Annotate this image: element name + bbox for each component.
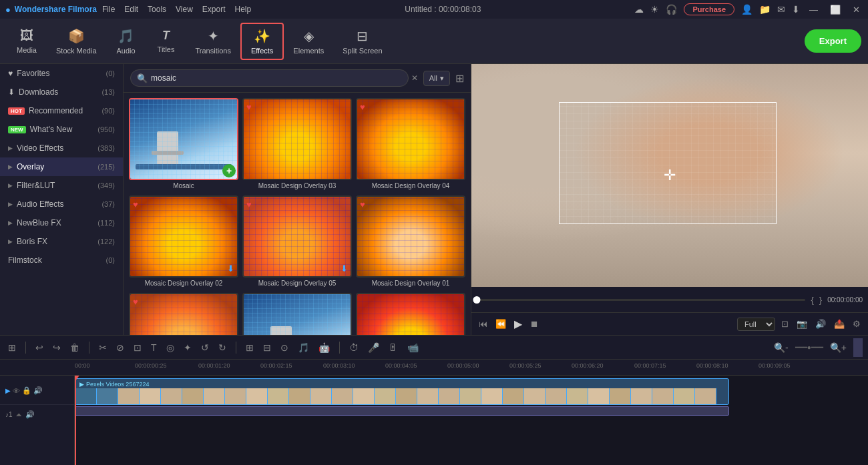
tool-audio[interactable]: 🎵 Audio — [106, 24, 146, 59]
ai-button[interactable]: 🤖 — [316, 340, 333, 355]
filter-button[interactable]: All ▾ — [423, 71, 450, 86]
heart-icon[interactable]: ♥ — [246, 199, 252, 209]
tool-split[interactable]: ⊟ Split Screen — [333, 24, 391, 59]
clear-search-icon[interactable]: ✕ — [411, 73, 418, 83]
step-back-button[interactable]: ⏪ — [493, 317, 508, 331]
tool-transitions[interactable]: ✦ Transitions — [186, 24, 240, 59]
fit-screen-button[interactable]: ⊡ — [779, 317, 791, 331]
rewind-button[interactable]: ⏮ — [477, 317, 489, 331]
sidebar-item-whats-new[interactable]: NEW What's New (950) — [0, 120, 123, 139]
menu-view[interactable]: View — [176, 5, 193, 14]
progress-bar[interactable] — [477, 299, 805, 301]
minimize-button[interactable]: — — [807, 5, 821, 15]
download-effect-icon[interactable]: ⬇ — [341, 264, 348, 274]
playhead[interactable] — [75, 376, 76, 465]
text-button[interactable]: T — [148, 340, 160, 355]
play-button[interactable]: ▶ — [512, 316, 524, 332]
effect-item-mosaic-01[interactable]: ♥ Mosaic Design Overlay 01 — [356, 195, 465, 289]
rotate-ccw-button[interactable]: ↺ — [198, 340, 212, 355]
split-button[interactable]: ⊞ — [243, 340, 256, 355]
transform-button[interactable]: ⊡ — [131, 340, 144, 355]
rotate-cw-button[interactable]: ↻ — [216, 340, 229, 355]
speed-button[interactable]: ⏱ — [347, 340, 361, 355]
stop-button[interactable]: ⏹ — [528, 317, 541, 331]
folder-icon[interactable]: 📁 — [759, 4, 771, 15]
tool-stock[interactable]: 📦 Stock Media — [47, 24, 106, 59]
tool-elements[interactable]: ◈ Elements — [284, 24, 333, 59]
heart-icon[interactable]: ♥ — [133, 297, 138, 307]
menu-export[interactable]: Export — [202, 5, 226, 14]
track-eye-button[interactable]: 👁 — [13, 386, 20, 395]
bracket-left[interactable]: { — [811, 295, 813, 305]
screenshot-button[interactable]: 📷 — [795, 317, 809, 331]
mail-icon[interactable]: ✉ — [777, 4, 785, 15]
zoom-out-timeline[interactable]: 🔍- — [771, 340, 791, 355]
tool-media[interactable]: 🖼 Media — [7, 24, 47, 58]
sidebar-item-downloads[interactable]: ⬇ Downloads (13) — [0, 83, 123, 101]
undo-button[interactable]: ↩ — [33, 340, 46, 355]
export-button[interactable]: Export — [805, 29, 861, 53]
volume-button[interactable]: 🔊 — [813, 317, 828, 331]
heart-icon[interactable]: ♥ — [360, 199, 365, 209]
audio-duck-button[interactable]: 🎵 — [295, 340, 312, 355]
sidebar-item-newblue[interactable]: ▶ NewBlue FX (112) — [0, 213, 123, 232]
maximize-button[interactable]: ⬜ — [827, 5, 843, 15]
user-avatar[interactable]: 👤 — [741, 4, 752, 15]
redo-button[interactable]: ↪ — [50, 340, 63, 355]
color-button[interactable]: ◎ — [164, 340, 177, 355]
effect-item-mosaic-03[interactable]: ♥ Mosaic Design Overlay 03 — [242, 98, 352, 191]
menu-file[interactable]: File — [102, 5, 115, 14]
cut-button[interactable]: ✂ — [96, 340, 110, 355]
delete-button[interactable]: 🗑 — [67, 340, 82, 355]
crop-button[interactable]: ⊘ — [114, 340, 127, 355]
timeline-grid-button[interactable]: ⊞ — [5, 340, 19, 355]
track-audio-button[interactable]: 🔊 — [33, 386, 43, 395]
menu-edit[interactable]: Edit — [124, 5, 138, 14]
effect-button[interactable]: ✦ — [181, 340, 194, 355]
effect-item-r1[interactable]: ♥ — [129, 293, 238, 335]
heart-icon[interactable]: ♥ — [246, 102, 252, 112]
sidebar-item-audio-effects[interactable]: ▶ Audio Effects (37) — [0, 195, 123, 213]
tool-titles[interactable]: T Titles — [146, 25, 186, 57]
audio-track-btn2[interactable]: 🔊 — [25, 410, 35, 419]
progress-thumb[interactable] — [473, 296, 481, 304]
headset-icon[interactable]: 🎧 — [666, 4, 677, 15]
sun-icon[interactable]: ☀ — [650, 4, 659, 15]
download-icon[interactable]: ⬇ — [792, 4, 800, 15]
track-lock-button[interactable]: 🔒 — [22, 386, 31, 395]
add-to-timeline-icon[interactable]: + — [222, 164, 236, 177]
bracket-right[interactable]: } — [819, 295, 822, 305]
effect-item-mosaic-02[interactable]: ♥ ⬇ Mosaic Design Overlay 02 — [129, 195, 238, 289]
effect-item-mosaic-05[interactable]: ♥ ⬇ Mosaic Design Overlay 05 — [242, 195, 352, 289]
audio-track[interactable] — [75, 406, 729, 416]
video-track[interactable]: ▶ Pexels Videos 2567224 — [75, 378, 729, 405]
multicam-button[interactable]: 📹 — [405, 340, 421, 355]
effect-item-mosaic[interactable]: + Mosaic — [129, 98, 238, 191]
download-effect-icon[interactable]: ⬇ — [227, 264, 234, 274]
purchase-button[interactable]: Purchase — [684, 3, 734, 15]
cloud-icon[interactable]: ☁ — [634, 4, 644, 15]
sidebar-item-filter-lut[interactable]: ▶ Filter&LUT (349) — [0, 176, 123, 195]
mix-button[interactable]: 🎚 — [386, 340, 401, 355]
sidebar-item-video-effects[interactable]: ▶ Video Effects (383) — [0, 139, 123, 157]
menu-tools[interactable]: Tools — [148, 5, 166, 14]
sidebar-item-recommended[interactable]: HOT Recommended (90) — [0, 101, 123, 120]
effect-item-r2[interactable] — [242, 293, 352, 335]
effect-item-mosaic-04[interactable]: ♥ Mosaic Design Overlay 04 — [356, 98, 465, 191]
effect-item-r3[interactable]: ⬇ — [356, 293, 465, 335]
close-button[interactable]: ✕ — [850, 5, 863, 15]
sidebar-item-favorites[interactable]: ♥ Favorites (0) — [0, 64, 123, 83]
settings-preview-button[interactable]: ⚙ — [851, 317, 863, 331]
heart-icon[interactable]: ♥ — [133, 199, 138, 209]
export-frame-button[interactable]: 📤 — [832, 317, 847, 331]
zoom-in-timeline[interactable]: 🔍+ — [827, 340, 849, 355]
search-input[interactable] — [130, 69, 409, 87]
sidebar-item-overlay[interactable]: ▶ Overlay (215) — [0, 157, 123, 176]
heart-icon[interactable]: ♥ — [360, 102, 365, 112]
audio-track-btn1[interactable]: ⏶ — [15, 410, 23, 418]
voice-button[interactable]: 🎤 — [365, 340, 382, 355]
sidebar-item-boris[interactable]: ▶ Boris FX (122) — [0, 232, 123, 251]
sidebar-item-filmstock[interactable]: Filmstock (0) — [0, 251, 123, 270]
menu-help[interactable]: Help — [235, 5, 252, 14]
zoom-select[interactable]: Full 50% 75% — [737, 318, 775, 331]
